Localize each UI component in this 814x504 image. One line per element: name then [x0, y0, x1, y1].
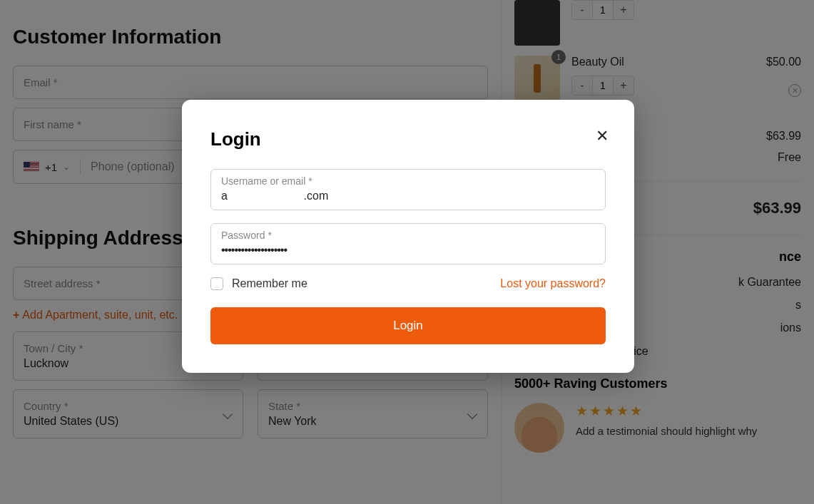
close-icon[interactable]: ✕ — [596, 128, 609, 144]
remember-label: Remember me — [232, 277, 307, 290]
password-label: Password* — [221, 230, 595, 241]
checkbox-icon[interactable] — [210, 277, 223, 290]
login-button[interactable]: Login — [210, 307, 606, 344]
password-input[interactable] — [221, 244, 595, 257]
username-label: Username or email* — [221, 175, 595, 187]
username-input[interactable] — [221, 190, 595, 202]
username-field[interactable]: Username or email* — [210, 169, 606, 210]
password-field[interactable]: Password* — [210, 223, 606, 264]
modal-title: Login — [210, 128, 606, 150]
lost-password-link[interactable]: Lost your password? — [500, 277, 606, 290]
login-modal: Login ✕ Username or email* Password* Rem… — [182, 100, 634, 373]
remember-checkbox[interactable]: Remember me — [210, 277, 307, 290]
